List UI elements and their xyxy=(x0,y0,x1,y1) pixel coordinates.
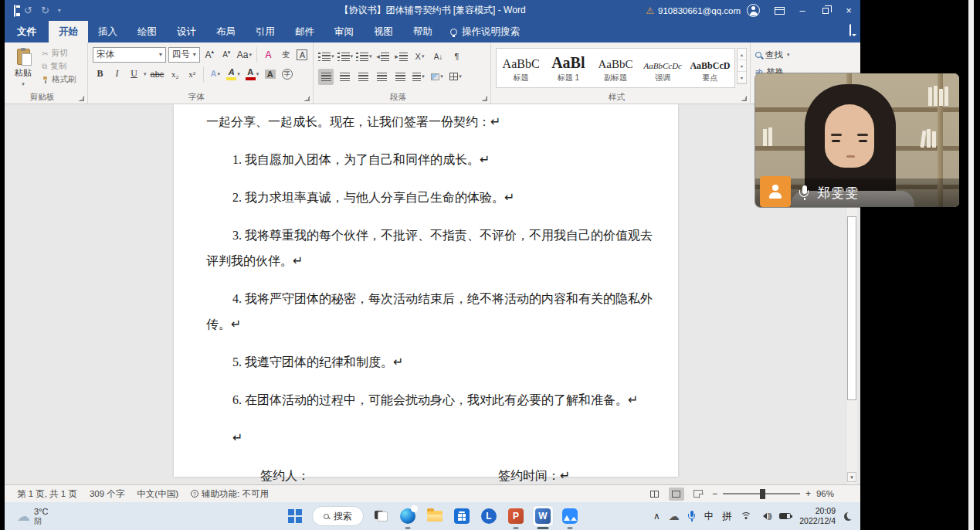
powerpoint-button[interactable]: P xyxy=(506,506,526,526)
shrink-font-button[interactable]: A▾ xyxy=(219,46,234,63)
word-button[interactable]: W xyxy=(533,506,553,526)
text-highlight-button[interactable]: A ▾ xyxy=(225,66,242,82)
onedrive-icon[interactable]: ☁ xyxy=(669,510,680,522)
ms-store-button[interactable] xyxy=(452,506,472,526)
increase-indent-button[interactable]: ▸ xyxy=(394,49,409,65)
align-left-button[interactable] xyxy=(318,69,334,85)
page-indicator[interactable]: 第 1 页, 共 1 页 xyxy=(17,488,77,500)
styles-scroll-down-icon[interactable]: ▾ xyxy=(738,60,746,72)
style-title[interactable]: AaBbC 标题 xyxy=(498,50,544,86)
line-spacing-button[interactable]: ▾ xyxy=(411,69,426,85)
ribbon-display-options-icon[interactable] xyxy=(768,0,791,21)
font-name-combobox[interactable]: 宋体 ▾ xyxy=(93,47,166,63)
styles-dialog-launcher-icon[interactable] xyxy=(741,96,747,101)
bullets-button[interactable]: ▾ xyxy=(318,49,334,65)
numbering-button[interactable]: ▾ xyxy=(337,49,354,65)
justify-button[interactable] xyxy=(374,69,389,85)
zoom-slider[interactable] xyxy=(723,493,800,494)
ime-mode[interactable]: 拼 xyxy=(722,510,732,523)
style-heading1[interactable]: AaBl 标题 1 xyxy=(545,50,591,86)
ime-language[interactable]: 中 xyxy=(704,510,714,523)
blue-l-app-button[interactable]: L xyxy=(479,506,499,526)
start-button[interactable] xyxy=(285,506,305,526)
superscript-button[interactable]: x² xyxy=(185,66,199,82)
volume-icon[interactable]: ))) xyxy=(760,512,771,520)
sort-button[interactable]: A↓ xyxy=(431,49,446,65)
tab-design[interactable]: 设计 xyxy=(167,21,206,42)
comments-button[interactable] xyxy=(849,25,851,36)
subscript-button[interactable]: x₂ xyxy=(168,66,182,82)
tab-draw[interactable]: 绘图 xyxy=(127,21,167,42)
tab-insert[interactable]: 插入 xyxy=(88,21,127,42)
scroll-down-button[interactable]: ▾ xyxy=(847,472,856,482)
chevron-down-icon[interactable]: ▾ xyxy=(144,71,147,77)
language-indicator[interactable]: 中文(中国) xyxy=(137,488,178,500)
cut-button[interactable]: ✂ 剪切 xyxy=(42,48,76,59)
undo-icon[interactable]: ↺ xyxy=(24,5,32,15)
battery-icon[interactable] xyxy=(779,513,791,519)
show-marks-button[interactable]: ¶ xyxy=(449,49,465,65)
webcam-overlay[interactable]: 郑雯雯 xyxy=(755,73,959,207)
underline-button[interactable]: U xyxy=(127,66,141,82)
character-shading-button[interactable]: A xyxy=(263,66,277,82)
styles-scroll-up-icon[interactable]: ▴ xyxy=(738,49,746,60)
focus-assist-moon-icon[interactable] xyxy=(844,512,853,521)
find-button[interactable]: 查找 ▾ xyxy=(755,46,856,63)
change-case-button[interactable]: Aa▾ xyxy=(236,46,253,63)
bold-button[interactable]: B xyxy=(93,66,107,82)
read-mode-button[interactable] xyxy=(647,488,663,501)
restore-icon[interactable] xyxy=(814,0,837,21)
tell-me-search[interactable]: 操作说明搜索 xyxy=(450,21,520,42)
account-avatar-icon[interactable] xyxy=(747,4,760,17)
paste-button[interactable]: 粘贴 ▾ xyxy=(9,46,37,92)
multilevel-list-button[interactable]: ▾ xyxy=(356,49,372,65)
tab-references[interactable]: 引用 xyxy=(246,21,285,42)
style-keypoint[interactable]: AaBbCcD 要点 xyxy=(687,50,733,86)
tab-help[interactable]: 帮助 xyxy=(403,21,443,42)
document-page[interactable]: 一起分享、一起成长。现在，让我们签署一份契约：↵ 1. 我自愿加入团体，为了自己… xyxy=(174,104,678,477)
paragraph-dialog-launcher-icon[interactable] xyxy=(482,96,487,101)
scrollbar-thumb[interactable] xyxy=(847,216,856,400)
styles-gallery-more-icon[interactable]: ▾ xyxy=(738,72,746,83)
strikethrough-button[interactable]: abc xyxy=(149,66,166,82)
clock[interactable]: 20:09 2022/12/4 xyxy=(799,506,836,526)
zoom-level[interactable]: 96% xyxy=(816,489,834,498)
copy-button[interactable]: ⧉ 复制 xyxy=(42,61,76,72)
asian-layout-button[interactable]: X▾ xyxy=(412,49,428,65)
task-view-button[interactable] xyxy=(371,506,391,526)
zoom-out-button[interactable]: − xyxy=(712,488,717,499)
web-layout-button[interactable] xyxy=(690,488,706,501)
tab-home[interactable]: 开始 xyxy=(49,21,88,42)
font-dialog-launcher-icon[interactable] xyxy=(304,96,310,101)
font-size-combobox[interactable]: 四号 ▾ xyxy=(168,47,200,63)
distribute-button[interactable] xyxy=(392,69,408,85)
italic-button[interactable]: I xyxy=(110,66,124,82)
align-center-button[interactable] xyxy=(337,69,352,85)
align-right-button[interactable] xyxy=(355,69,371,85)
mic-icon[interactable] xyxy=(688,511,696,522)
enclose-characters-button[interactable]: 字 xyxy=(280,66,294,82)
edge-button[interactable] xyxy=(398,506,418,526)
tab-view[interactable]: 视图 xyxy=(364,21,403,42)
grow-font-button[interactable]: A▴ xyxy=(202,46,217,63)
tab-file[interactable]: 文件 xyxy=(5,21,49,42)
account-email[interactable]: 910830661@qq.com xyxy=(658,6,741,15)
close-icon[interactable]: × xyxy=(837,0,860,21)
tray-chevron-icon[interactable]: ∧ xyxy=(653,511,660,522)
zoom-in-button[interactable]: + xyxy=(805,488,811,499)
tab-review[interactable]: 审阅 xyxy=(324,21,364,42)
search-input[interactable]: 搜索 xyxy=(312,506,364,526)
minimize-icon[interactable]: – xyxy=(791,0,814,21)
print-layout-button[interactable] xyxy=(669,488,684,501)
tab-mailings[interactable]: 邮件 xyxy=(285,21,324,42)
shading-button[interactable]: ▾ xyxy=(429,69,445,85)
clear-formatting-button[interactable]: A xyxy=(261,46,276,63)
decrease-indent-button[interactable]: ◂ xyxy=(375,49,391,65)
zoom-slider-thumb[interactable] xyxy=(760,489,765,499)
word-count[interactable]: 309 个字 xyxy=(90,488,124,500)
phonetic-guide-button[interactable]: 变 xyxy=(278,46,293,63)
save-icon[interactable] xyxy=(14,5,15,16)
file-explorer-button[interactable] xyxy=(425,506,445,526)
meeting-app-button[interactable] xyxy=(560,506,580,526)
borders-button[interactable]: ▾ xyxy=(448,69,463,85)
